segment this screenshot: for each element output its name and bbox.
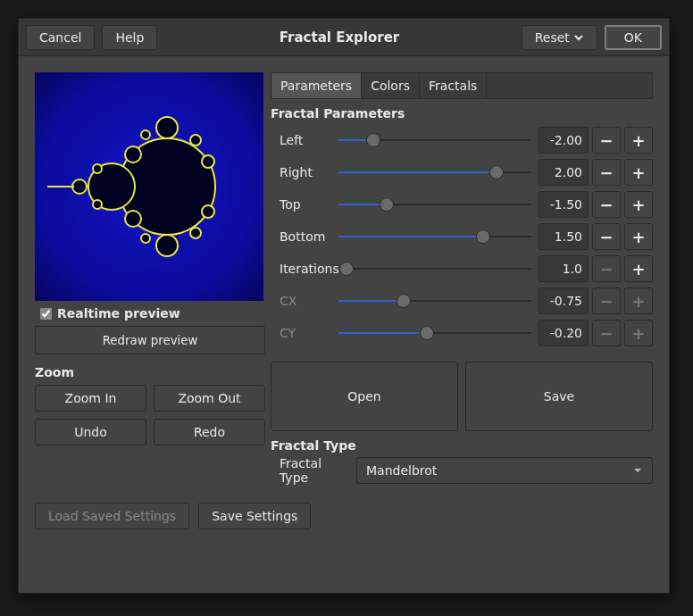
titlebar: Cancel Help Fractal Explorer Reset OK (19, 19, 669, 56)
param-row-bottom: Bottom1.50−+ (271, 221, 653, 253)
param-label: Bottom (271, 229, 335, 244)
param-label: Top (271, 197, 335, 212)
svg-point-10 (202, 205, 214, 218)
minus-button[interactable]: − (592, 223, 621, 250)
minus-button: − (592, 287, 621, 314)
svg-point-12 (190, 228, 201, 238)
param-value-bottom[interactable]: 1.50 (539, 223, 589, 250)
save-settings-button[interactable]: Save Settings (198, 503, 311, 529)
realtime-preview-checkbox[interactable]: Realtime preview (40, 306, 265, 320)
chevron-down-icon (632, 465, 643, 476)
minus-button[interactable]: − (592, 191, 621, 218)
redo-button[interactable]: Redo (154, 419, 265, 445)
plus-button[interactable]: + (624, 223, 653, 250)
fractal-type-select[interactable]: Mandelbrot (356, 457, 653, 484)
param-slider-right[interactable] (338, 163, 531, 181)
param-slider-bottom[interactable] (338, 228, 531, 246)
param-value-iterations[interactable]: 1.0 (539, 255, 589, 282)
svg-point-5 (156, 117, 178, 138)
fractal-explorer-dialog: Cancel Help Fractal Explorer Reset OK (18, 18, 670, 594)
zoom-in-button[interactable]: Zoom In (35, 385, 146, 412)
param-value-right[interactable]: 2.00 (539, 159, 589, 186)
load-saved-settings-button[interactable]: Load Saved Settings (35, 503, 189, 529)
param-slider-iterations[interactable] (338, 260, 531, 278)
param-value-cy: -0.20 (539, 320, 589, 346)
param-slider-cy (338, 324, 531, 342)
svg-point-7 (125, 146, 141, 162)
fractal-parameters-label: Fractal Parameters (271, 106, 653, 121)
svg-point-11 (190, 135, 201, 146)
param-label: CX (271, 294, 335, 308)
minus-button: − (592, 255, 621, 282)
realtime-preview-label: Realtime preview (57, 306, 180, 320)
svg-point-13 (141, 130, 150, 139)
param-row-right: Right2.00−+ (271, 156, 653, 188)
minus-button: − (592, 320, 621, 346)
svg-point-15 (93, 164, 102, 173)
dialog-title: Fractal Explorer (164, 29, 513, 46)
param-value-cx: -0.75 (539, 287, 589, 314)
plus-button[interactable]: + (624, 255, 653, 282)
param-row-left: Left-2.00−+ (271, 124, 653, 156)
svg-point-8 (125, 211, 141, 227)
param-row-iterations: Iterations1.0−+ (271, 253, 653, 285)
tab-fractals[interactable]: Fractals (420, 73, 487, 98)
svg-point-9 (202, 155, 214, 168)
plus-button: + (624, 320, 653, 346)
svg-point-6 (156, 235, 178, 256)
tab-colors[interactable]: Colors (362, 73, 420, 98)
svg-point-16 (93, 200, 102, 209)
param-label: Right (271, 165, 335, 179)
open-button[interactable]: Open (271, 362, 458, 431)
realtime-preview-input[interactable] (40, 308, 52, 320)
chevron-down-icon (573, 32, 584, 43)
param-slider-top[interactable] (338, 196, 531, 213)
param-row-top: Top-1.50−+ (271, 188, 653, 221)
cancel-button[interactable]: Cancel (26, 25, 95, 50)
param-row-cx: CX-0.75−+ (271, 285, 653, 317)
param-row-cy: CY-0.20−+ (271, 317, 653, 349)
plus-button: + (624, 287, 653, 314)
fractal-type-label: Fractal Type (271, 456, 349, 485)
param-label: CY (271, 326, 335, 340)
undo-button[interactable]: Undo (35, 419, 146, 445)
param-slider-left[interactable] (338, 131, 531, 149)
svg-point-14 (141, 234, 150, 243)
fractal-type-section-label: Fractal Type (271, 438, 653, 453)
save-button[interactable]: Save (465, 362, 653, 431)
plus-button[interactable]: + (624, 191, 653, 218)
param-label: Left (271, 133, 335, 147)
plus-button[interactable]: + (624, 127, 653, 154)
param-label: Iterations (271, 262, 335, 276)
tab-parameters[interactable]: Parameters (271, 73, 362, 98)
plus-button[interactable]: + (624, 159, 653, 186)
reset-button[interactable]: Reset (522, 25, 597, 50)
help-button[interactable]: Help (102, 25, 157, 50)
svg-point-4 (72, 179, 87, 194)
redraw-preview-button[interactable]: Redraw preview (35, 326, 265, 354)
minus-button[interactable]: − (592, 127, 621, 154)
ok-button[interactable]: OK (605, 25, 662, 50)
zoom-out-button[interactable]: Zoom Out (154, 385, 265, 412)
param-slider-cx (338, 292, 531, 310)
param-value-top[interactable]: -1.50 (539, 191, 589, 218)
param-value-left[interactable]: -2.00 (539, 127, 589, 154)
zoom-section-label: Zoom (35, 365, 265, 379)
fractal-preview[interactable] (35, 72, 263, 301)
tab-bar: Parameters Colors Fractals (271, 72, 653, 99)
minus-button[interactable]: − (592, 159, 621, 186)
fractal-type-value: Mandelbrot (366, 463, 437, 478)
